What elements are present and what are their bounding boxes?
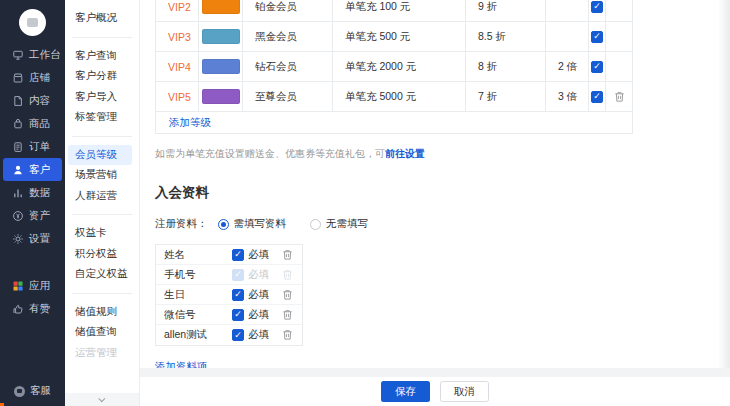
subnav-item-scene-marketing[interactable]: 场景营销	[65, 165, 139, 186]
subnav-item-customer-segment[interactable]: 客户分群	[65, 66, 139, 87]
recharge-hint: 如需为单笔充值设置赠送金、优惠券等充值礼包，可前往设置	[155, 147, 730, 161]
subnav-item-customer-search[interactable]: 客户查询	[65, 46, 139, 67]
subnav-item-tag-management[interactable]: 标签管理	[65, 107, 139, 128]
subnav-item-benefit-card[interactable]: 权益卡	[65, 223, 139, 244]
delete-level-icon[interactable]	[614, 91, 625, 103]
subnav-scroll-down[interactable]	[65, 393, 139, 406]
table-row-vip2: VIP2 铂金会员 单笔充 100 元 9 折	[156, 0, 632, 22]
subnav-item-custom-benefit[interactable]: 自定义权益	[65, 264, 139, 285]
content-icon	[12, 95, 24, 107]
level-code: VIP3	[168, 31, 191, 43]
shop-icon	[12, 72, 24, 84]
sidebar-item-workbench[interactable]: 工作台	[0, 43, 65, 66]
delete-field-icon[interactable]	[282, 289, 293, 301]
level-discount: 8.5 折	[466, 22, 546, 51]
level-color-swatch	[202, 59, 240, 74]
shop-logo-icon	[27, 18, 38, 27]
level-multiplier	[546, 22, 589, 51]
radio-icon[interactable]	[218, 219, 229, 230]
radio-icon[interactable]	[310, 219, 321, 230]
add-level-link[interactable]: 添加等级	[169, 116, 211, 130]
add-level-row: 添加等级	[156, 112, 632, 133]
level-color-swatch	[202, 89, 240, 104]
level-color-swatch	[202, 29, 240, 44]
support-button[interactable]: 客服	[0, 384, 65, 398]
shop-avatar[interactable]	[19, 9, 46, 36]
subnav-item-member-levels[interactable]: 会员等级	[68, 145, 132, 166]
subnav-item-stored-value-query[interactable]: 储值查询	[65, 322, 139, 343]
subnav-item-crowd-operation[interactable]: 人群运营	[65, 186, 139, 207]
subnav-divider	[72, 136, 132, 137]
sidebar-item-assets[interactable]: 资产	[0, 204, 65, 227]
sidebar-item-youzan[interactable]: 有赞	[0, 297, 65, 320]
subnav-divider	[72, 293, 132, 294]
sidebar-item-customers[interactable]: 客户	[3, 158, 62, 181]
subnav-item-customer-overview[interactable]: 客户概况	[65, 8, 139, 29]
customer-icon	[12, 164, 24, 176]
member-level-settings: VIP2 铂金会员 单笔充 100 元 9 折 VIP3 黑金会员 单笔充 50…	[140, 0, 730, 368]
field-required-checkbox[interactable]	[232, 329, 244, 341]
admin-page: 工作台 店铺 内容 商品 订单 客户	[0, 0, 730, 406]
cancel-button[interactable]: 取消	[440, 381, 489, 402]
field-required-checkbox	[232, 269, 244, 281]
field-row-wechat: 微信号 必填	[156, 305, 302, 325]
sidebar-item-content[interactable]: 内容	[0, 89, 65, 112]
footer-actions: 保存 取消	[140, 377, 730, 406]
order-icon	[12, 141, 24, 153]
asset-icon	[12, 210, 24, 222]
field-row-custom: allen测试 必填	[156, 325, 302, 345]
level-code: VIP4	[168, 61, 191, 73]
radio-option-required[interactable]: 需填写资料	[218, 217, 287, 231]
level-name: 铂金会员	[243, 0, 333, 21]
sidebar-item-data[interactable]: 数据	[0, 181, 65, 204]
level-discount: 8 折	[466, 52, 546, 81]
apps-icon	[12, 280, 24, 292]
field-required-checkbox[interactable]	[232, 289, 244, 301]
save-button[interactable]: 保存	[381, 381, 430, 402]
subnav-divider	[72, 214, 132, 215]
delete-field-icon[interactable]	[282, 249, 293, 261]
workbench-icon	[12, 49, 24, 61]
level-name: 钻石会员	[243, 52, 333, 81]
level-code: VIP2	[168, 1, 191, 13]
field-row-phone: 手机号 必填	[156, 265, 302, 285]
level-enabled-checkbox[interactable]	[591, 61, 603, 73]
customer-subnav: 客户概况 客户查询 客户分群 客户导入 标签管理 会员等级 场景营销 人群运营 …	[65, 0, 140, 406]
add-field-link[interactable]: 添加资料项	[155, 360, 208, 368]
level-name: 至尊会员	[243, 82, 333, 111]
register-info-row: 注册资料： 需填写资料 无需填写	[155, 217, 730, 231]
level-threshold: 单笔充 2000 元	[333, 52, 466, 81]
go-to-settings-link[interactable]: 前往设置	[385, 148, 425, 159]
delete-field-icon	[282, 269, 293, 281]
subnav-item-points-benefit[interactable]: 积分权益	[65, 244, 139, 265]
subnav-item-operation-management[interactable]: 运营管理	[65, 343, 139, 364]
subnav-item-customer-import[interactable]: 客户导入	[65, 87, 139, 108]
subnav-item-stored-value-rules[interactable]: 储值规则	[65, 302, 139, 323]
subnav-divider	[72, 37, 132, 38]
register-fields-list: 姓名 必填 手机号 必填 生日 必填 微信号 必填	[155, 244, 303, 346]
sidebar-item-settings[interactable]: 设置	[0, 227, 65, 250]
radio-option-not-required[interactable]: 无需填写	[310, 217, 368, 231]
level-multiplier	[546, 0, 589, 21]
youzan-thumb-icon	[12, 303, 24, 315]
field-required-checkbox[interactable]	[232, 249, 244, 261]
sidebar-item-goods[interactable]: 商品	[0, 112, 65, 135]
level-enabled-checkbox[interactable]	[591, 31, 603, 43]
sidebar-item-shop[interactable]: 店铺	[0, 66, 65, 89]
delete-field-icon[interactable]	[282, 309, 293, 321]
level-threshold: 单笔充 100 元	[333, 0, 466, 21]
join-info-title: 入会资料	[155, 184, 730, 202]
delete-field-icon[interactable]	[282, 329, 293, 341]
table-row-vip3: VIP3 黑金会员 单笔充 500 元 8.5 折	[156, 22, 632, 52]
level-enabled-checkbox[interactable]	[591, 1, 603, 13]
level-enabled-checkbox[interactable]	[591, 91, 603, 103]
chevron-down-icon	[98, 395, 105, 402]
primary-sidebar: 工作台 店铺 内容 商品 订单 客户	[0, 0, 65, 406]
sidebar-item-apps[interactable]: 应用	[0, 274, 65, 297]
sidebar-item-orders[interactable]: 订单	[0, 135, 65, 158]
field-row-birthday: 生日 必填	[156, 285, 302, 305]
content-footer-gap	[140, 368, 730, 377]
level-discount: 7 折	[466, 82, 546, 111]
field-row-name: 姓名 必填	[156, 245, 302, 265]
field-required-checkbox[interactable]	[232, 309, 244, 321]
